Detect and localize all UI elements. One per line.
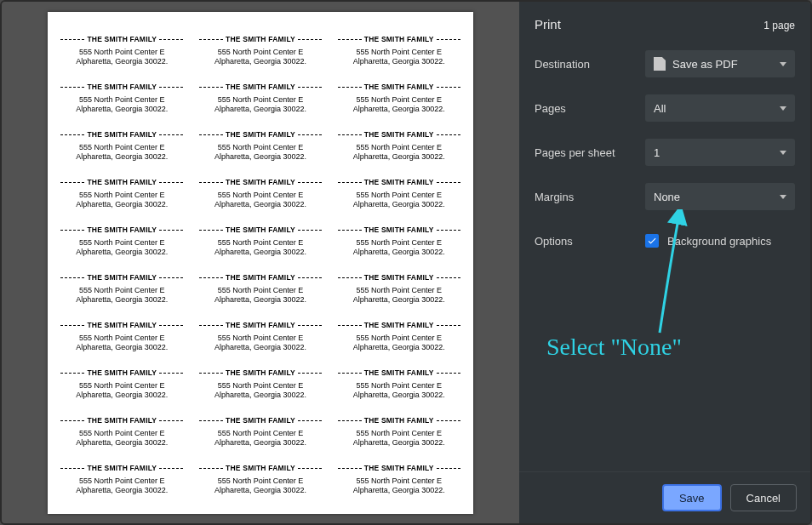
print-settings-panel: Print 1 page Destination Save as PDF Pag… — [519, 2, 810, 523]
row-margins: Margins None — [535, 183, 795, 210]
address-label-title: THE SMITH FAMILY — [338, 416, 460, 425]
address-label: THE SMITH FAMILY555 North Point Center E… — [193, 408, 329, 456]
address-label-line1: 555 North Point Center E — [218, 429, 304, 438]
address-label: THE SMITH FAMILY555 North Point Center E… — [193, 75, 329, 123]
pdf-icon — [654, 57, 666, 71]
address-label: THE SMITH FAMILY555 North Point Center E… — [193, 27, 329, 75]
address-label: THE SMITH FAMILY555 North Point Center E… — [331, 313, 466, 361]
panel-header: Print 1 page — [535, 17, 795, 31]
address-label-line1: 555 North Point Center E — [356, 334, 442, 343]
address-label-title: THE SMITH FAMILY — [60, 464, 183, 473]
address-label-line2: Alpharetta, Georgia 30022. — [214, 391, 306, 400]
address-label-title: THE SMITH FAMILY — [199, 130, 322, 140]
address-label: THE SMITH FAMILY555 North Point Center E… — [54, 27, 190, 75]
page-count: 1 page — [763, 20, 795, 31]
label-pages-per-sheet: Pages per sheet — [535, 146, 635, 159]
address-label-title: THE SMITH FAMILY — [60, 35, 183, 44]
address-label-line2: Alpharetta, Georgia 30022. — [76, 391, 168, 400]
margins-select[interactable]: None — [645, 183, 795, 210]
address-label-line1: 555 North Point Center E — [79, 95, 165, 105]
address-label: THE SMITH FAMILY555 North Point Center E… — [193, 218, 329, 265]
panel-footer: Save Cancel — [519, 471, 810, 523]
pages-per-sheet-value: 1 — [654, 146, 660, 159]
address-label-line2: Alpharetta, Georgia 30022. — [214, 248, 306, 257]
destination-select[interactable]: Save as PDF — [645, 50, 795, 77]
address-label-line1: 555 North Point Center E — [79, 334, 165, 343]
address-label-line1: 555 North Point Center E — [79, 381, 165, 391]
address-label: THE SMITH FAMILY555 North Point Center E… — [54, 408, 190, 456]
preview-page: THE SMITH FAMILY555 North Point Center E… — [48, 12, 473, 514]
address-label-line2: Alpharetta, Georgia 30022. — [353, 200, 445, 209]
panel-title: Print — [535, 17, 561, 31]
save-button[interactable]: Save — [662, 484, 722, 511]
address-label-line1: 555 North Point Center E — [218, 48, 304, 57]
address-label: THE SMITH FAMILY555 North Point Center E… — [193, 456, 329, 504]
address-label-line1: 555 North Point Center E — [218, 143, 304, 152]
address-label: THE SMITH FAMILY555 North Point Center E… — [193, 170, 329, 218]
address-label: THE SMITH FAMILY555 North Point Center E… — [54, 170, 190, 218]
options-value: Background graphics — [667, 235, 771, 248]
label-margins: Margins — [535, 191, 635, 203]
pages-per-sheet-select[interactable]: 1 — [645, 139, 795, 166]
background-graphics-checkbox[interactable] — [645, 234, 659, 248]
address-label-line2: Alpharetta, Georgia 30022. — [76, 486, 168, 495]
address-label-line2: Alpharetta, Georgia 30022. — [353, 343, 445, 352]
address-label-title: THE SMITH FAMILY — [199, 273, 322, 282]
address-label-line2: Alpharetta, Georgia 30022. — [214, 57, 306, 66]
address-label: THE SMITH FAMILY555 North Point Center E… — [331, 456, 466, 504]
address-label: THE SMITH FAMILY555 North Point Center E… — [54, 123, 190, 170]
check-icon — [647, 236, 657, 246]
address-label: THE SMITH FAMILY555 North Point Center E… — [193, 123, 329, 170]
address-label-line2: Alpharetta, Georgia 30022. — [353, 105, 445, 114]
address-label-line2: Alpharetta, Georgia 30022. — [353, 486, 445, 495]
address-label-title: THE SMITH FAMILY — [199, 83, 322, 92]
address-label-line1: 555 North Point Center E — [218, 191, 304, 200]
address-label-line1: 555 North Point Center E — [79, 286, 165, 295]
address-label-line2: Alpharetta, Georgia 30022. — [76, 152, 168, 162]
address-label-line2: Alpharetta, Georgia 30022. — [76, 295, 168, 305]
address-label-line1: 555 North Point Center E — [79, 48, 165, 57]
address-label-title: THE SMITH FAMILY — [338, 321, 460, 330]
chevron-down-icon — [780, 195, 786, 199]
address-label-line2: Alpharetta, Georgia 30022. — [214, 295, 306, 305]
address-label-title: THE SMITH FAMILY — [338, 273, 460, 282]
label-pages: Pages — [535, 102, 635, 115]
address-label-line1: 555 North Point Center E — [356, 238, 442, 248]
address-label: THE SMITH FAMILY555 North Point Center E… — [193, 265, 329, 313]
cancel-button[interactable]: Cancel — [730, 484, 797, 511]
address-label-line2: Alpharetta, Georgia 30022. — [353, 391, 445, 400]
address-label-line2: Alpharetta, Georgia 30022. — [214, 438, 306, 448]
address-label-title: THE SMITH FAMILY — [338, 368, 460, 378]
address-label: THE SMITH FAMILY555 North Point Center E… — [54, 456, 190, 504]
address-label-line2: Alpharetta, Georgia 30022. — [214, 486, 306, 495]
address-label-line1: 555 North Point Center E — [218, 476, 304, 486]
label-options: Options — [535, 235, 635, 248]
address-label-title: THE SMITH FAMILY — [60, 130, 183, 140]
address-label-line1: 555 North Point Center E — [356, 95, 442, 105]
address-label-line2: Alpharetta, Georgia 30022. — [76, 343, 168, 352]
address-label-line1: 555 North Point Center E — [218, 286, 304, 295]
destination-value: Save as PDF — [672, 58, 738, 71]
address-label-title: THE SMITH FAMILY — [199, 368, 322, 378]
address-label: THE SMITH FAMILY555 North Point Center E… — [331, 27, 466, 75]
margins-value: None — [654, 191, 680, 203]
address-label-title: THE SMITH FAMILY — [199, 225, 322, 235]
address-label-title: THE SMITH FAMILY — [60, 178, 183, 187]
address-label-line1: 555 North Point Center E — [79, 191, 165, 200]
address-label: THE SMITH FAMILY555 North Point Center E… — [331, 361, 466, 408]
address-label-title: THE SMITH FAMILY — [338, 225, 460, 235]
pages-select[interactable]: All — [645, 94, 795, 122]
address-label-title: THE SMITH FAMILY — [338, 35, 460, 44]
address-label-title: THE SMITH FAMILY — [338, 178, 460, 187]
address-label-line2: Alpharetta, Georgia 30022. — [214, 200, 306, 209]
address-label: THE SMITH FAMILY555 North Point Center E… — [331, 408, 466, 456]
label-destination: Destination — [535, 58, 635, 71]
address-label-line2: Alpharetta, Georgia 30022. — [76, 438, 168, 448]
address-label-line2: Alpharetta, Georgia 30022. — [76, 200, 168, 209]
address-label: THE SMITH FAMILY555 North Point Center E… — [193, 361, 329, 408]
cancel-button-label: Cancel — [746, 492, 781, 505]
chevron-down-icon — [780, 62, 786, 66]
address-label-line2: Alpharetta, Georgia 30022. — [353, 295, 445, 305]
address-label-line2: Alpharetta, Georgia 30022. — [214, 343, 306, 352]
address-label-title: THE SMITH FAMILY — [60, 273, 183, 282]
